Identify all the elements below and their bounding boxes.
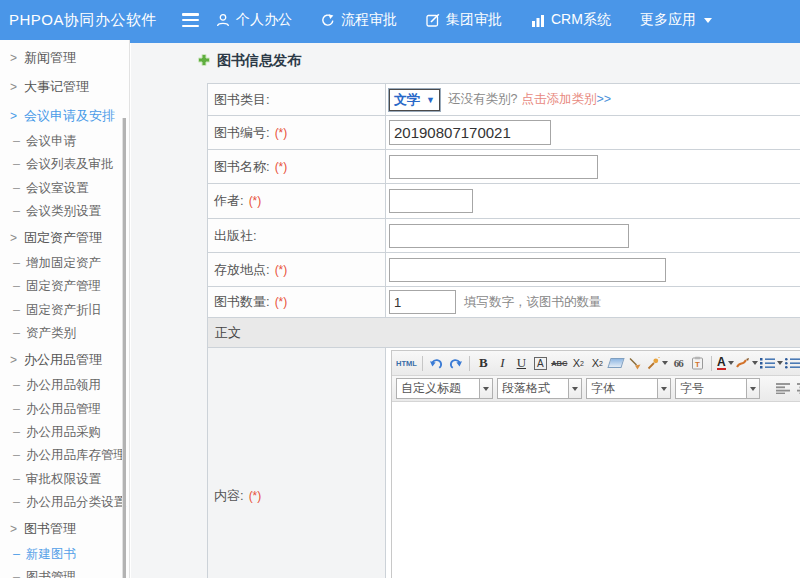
italic-icon[interactable]: I bbox=[494, 354, 511, 372]
chevron-right-icon: > bbox=[10, 231, 17, 245]
book-name-label: 图书名称: bbox=[214, 158, 270, 176]
form-row-quantity: 图书数量:(*) 填写数字，该图书的数量 bbox=[208, 287, 800, 318]
underline-icon[interactable]: U bbox=[513, 354, 530, 372]
html-source-button[interactable]: HTML bbox=[396, 354, 417, 372]
superscript-icon[interactable]: X2 bbox=[570, 354, 587, 372]
custom-title-dropdown[interactable]: 自定义标题 bbox=[396, 378, 493, 399]
sidebar-item-fixed-assets-mgmt[interactable]: >固定资产管理 bbox=[0, 223, 129, 252]
dash-icon: – bbox=[13, 402, 20, 416]
align-center-icon[interactable] bbox=[795, 380, 800, 398]
strikethrough-icon[interactable]: ABC bbox=[551, 354, 568, 372]
nav-label: 集团审批 bbox=[446, 11, 502, 29]
app-header: PHPOA协同办公软件 个人办公 流程审批 集团审批 CRM系统 更多应用 bbox=[0, 0, 800, 40]
auto-typeset-icon[interactable] bbox=[646, 354, 668, 372]
unordered-list-icon[interactable] bbox=[785, 354, 800, 372]
nav-group-approval[interactable]: 集团审批 bbox=[426, 11, 502, 29]
location-input[interactable] bbox=[389, 258, 666, 282]
dash-icon: – bbox=[13, 157, 20, 171]
edit-square-icon bbox=[426, 13, 440, 27]
required-marker: (*) bbox=[275, 126, 288, 140]
paragraph-format-dropdown[interactable]: 段落格式 bbox=[497, 378, 582, 399]
chevron-right-icon: > bbox=[10, 522, 17, 536]
quantity-input[interactable] bbox=[389, 290, 456, 314]
sidebar-item-office-supplies-mgmt[interactable]: >办公用品管理 bbox=[0, 345, 129, 374]
form-row-location: 存放地点:(*) bbox=[208, 253, 800, 287]
sidebar-item-meeting-room-settings[interactable]: –会议室设置 bbox=[0, 177, 129, 200]
font-color-icon[interactable]: A bbox=[717, 354, 734, 372]
remove-format-icon[interactable] bbox=[608, 354, 625, 372]
sidebar-item-approval-permission-settings[interactable]: –审批权限设置 bbox=[0, 468, 129, 491]
sidebar-item-meeting-apply[interactable]: –会议申请 bbox=[0, 130, 129, 153]
add-category-link[interactable]: 点击添加类别>> bbox=[521, 91, 611, 108]
font-size-dropdown[interactable]: 字号 bbox=[675, 378, 760, 399]
undo-icon[interactable] bbox=[428, 354, 445, 372]
dash-icon: – bbox=[13, 134, 20, 148]
dash-icon: – bbox=[13, 547, 20, 561]
editor-toolbar-row2: 自定义标题 段落格式 字体 字号 bbox=[392, 376, 800, 402]
sidebar-item-memorabilia-mgmt[interactable]: >大事记管理 bbox=[0, 72, 129, 101]
publisher-input[interactable] bbox=[389, 224, 629, 248]
sidebar-item-book-mgmt-sub[interactable]: –图书管理 bbox=[0, 566, 129, 578]
format-brush-icon[interactable] bbox=[627, 354, 644, 372]
page-title: 图书信息发布 bbox=[217, 52, 301, 70]
sidebar-item-meeting-list-approval[interactable]: –会议列表及审批 bbox=[0, 153, 129, 176]
subscript-icon[interactable]: X2 bbox=[589, 354, 606, 372]
quantity-label: 图书数量: bbox=[214, 293, 270, 311]
book-name-input[interactable] bbox=[389, 155, 598, 179]
sidebar-scrollbar[interactable] bbox=[122, 118, 126, 578]
caret-down-icon bbox=[728, 361, 734, 365]
required-marker: (*) bbox=[249, 194, 262, 208]
category-select[interactable]: 文学 ▼ bbox=[389, 89, 440, 111]
align-left-icon[interactable] bbox=[774, 380, 791, 398]
sidebar-item-supplies-requisition[interactable]: –办公用品领用 bbox=[0, 374, 129, 397]
dash-icon: – bbox=[13, 181, 20, 195]
dash-icon: – bbox=[13, 204, 20, 218]
font-border-icon[interactable]: A bbox=[534, 357, 547, 370]
add-plus-icon bbox=[197, 53, 211, 70]
sidebar-item-supplies-mgmt[interactable]: –办公用品管理 bbox=[0, 398, 129, 421]
nav-personal-office[interactable]: 个人办公 bbox=[216, 11, 292, 29]
sidebar-item-book-mgmt[interactable]: >图书管理 bbox=[0, 514, 129, 543]
menu-toggle-icon[interactable] bbox=[182, 13, 199, 27]
top-nav: 个人办公 流程审批 集团审批 CRM系统 更多应用 bbox=[216, 0, 712, 40]
redo-icon[interactable] bbox=[447, 354, 464, 372]
form-row-author: 作者:(*) bbox=[208, 184, 800, 219]
category-hint: 还没有类别? bbox=[448, 91, 517, 108]
author-input[interactable] bbox=[389, 189, 473, 213]
book-form: 图书类目: 文学 ▼ 还没有类别? 点击添加类别>> 图书编号:(*) 图书名称… bbox=[207, 83, 800, 578]
sidebar-item-fixed-asset-depreciation[interactable]: –固定资产折旧 bbox=[0, 299, 129, 322]
sidebar-item-asset-category[interactable]: –资产类别 bbox=[0, 322, 129, 345]
form-row-category: 图书类目: 文学 ▼ 还没有类别? 点击添加类别>> bbox=[208, 84, 800, 116]
dash-icon: – bbox=[13, 326, 20, 340]
font-family-dropdown[interactable]: 字体 bbox=[586, 378, 671, 399]
sidebar-item-supplies-inventory[interactable]: –办公用品库存管理 bbox=[0, 444, 129, 467]
caret-down-icon bbox=[572, 387, 578, 391]
editor-content-area[interactable] bbox=[392, 402, 800, 578]
sidebar-item-news-mgmt[interactable]: >新闻管理 bbox=[0, 43, 129, 72]
dash-icon: – bbox=[13, 570, 20, 578]
blockquote-icon[interactable]: 66 bbox=[670, 354, 687, 372]
user-icon bbox=[216, 13, 230, 27]
main-content: 图书信息发布 图书类目: 文学 ▼ 还没有类别? 点击添加类别>> 图书编号:(… bbox=[131, 43, 800, 578]
bold-icon[interactable]: B bbox=[475, 354, 492, 372]
highlight-color-icon[interactable] bbox=[736, 354, 758, 372]
paste-text-icon[interactable]: T bbox=[689, 354, 706, 372]
sidebar-item-supplies-category-settings[interactable]: –办公用品分类设置 bbox=[0, 491, 129, 514]
author-label: 作者: bbox=[214, 192, 244, 210]
sidebar-item-add-fixed-asset[interactable]: –增加固定资产 bbox=[0, 252, 129, 275]
ordered-list-icon[interactable] bbox=[760, 354, 783, 372]
sidebar-item-meeting-mgmt[interactable]: >会议申请及安排 bbox=[0, 101, 129, 130]
nav-more-apps[interactable]: 更多应用 bbox=[640, 11, 712, 29]
nav-crm-system[interactable]: CRM系统 bbox=[531, 11, 611, 29]
sidebar-item-meeting-category-settings[interactable]: –会议类别设置 bbox=[0, 200, 129, 223]
nav-label: 流程审批 bbox=[341, 11, 397, 29]
caret-down-icon bbox=[752, 361, 758, 365]
sidebar-item-new-book[interactable]: –新建图书 bbox=[0, 543, 129, 566]
sidebar-item-fixed-asset-mgmt[interactable]: –固定资产管理 bbox=[0, 275, 129, 298]
caret-down-icon bbox=[662, 361, 668, 365]
required-marker: (*) bbox=[275, 295, 288, 309]
nav-process-approval[interactable]: 流程审批 bbox=[321, 11, 397, 29]
sidebar-item-supplies-purchase[interactable]: –办公用品采购 bbox=[0, 421, 129, 444]
caret-down-icon bbox=[777, 361, 783, 365]
book-no-input[interactable] bbox=[389, 120, 551, 145]
